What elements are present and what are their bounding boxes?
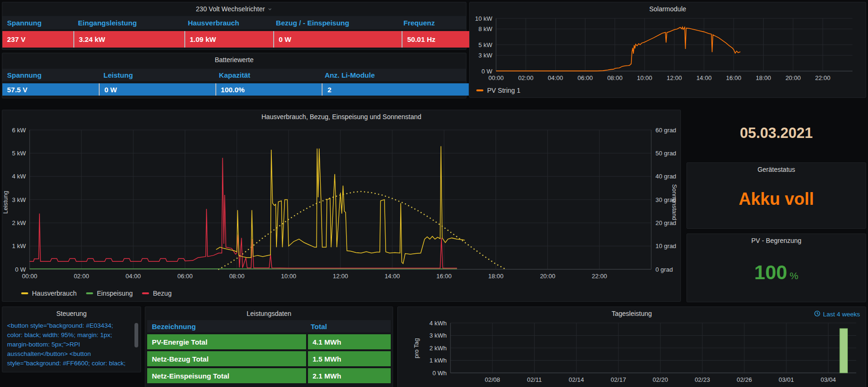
svg-text:06:00: 06:00	[177, 273, 193, 280]
svg-text:10:00: 10:00	[637, 74, 653, 81]
cell-total: 2.1 MWh	[308, 368, 391, 383]
solarmodule-chart[interactable]: 0 W3 kW5 kW8 kW10 kW00:0002:0004:0006:00…	[472, 14, 865, 84]
svg-text:0 grad: 0 grad	[655, 266, 673, 273]
col-header-bezeichnung[interactable]: Bezeichnung	[147, 322, 306, 331]
col-header-spannung[interactable]: Spannung	[2, 71, 99, 79]
cell-spannung: 57.5 V	[2, 83, 99, 96]
col-header-kapazitaet[interactable]: Kapazität	[214, 71, 320, 79]
svg-text:12:00: 12:00	[333, 273, 348, 280]
panel-title-wechselrichter[interactable]: 230 Volt Wechselrichter	[2, 5, 466, 13]
legend-swatch-green	[86, 292, 93, 294]
col-header-frequenz[interactable]: Frequenz	[399, 19, 466, 27]
y-axis-title-pro-tag: pro Tag	[413, 338, 420, 358]
panel-title-steuerung[interactable]: Steuerung	[2, 310, 141, 317]
col-header-spannung[interactable]: Spannung	[2, 19, 73, 27]
svg-text:02/26: 02/26	[737, 376, 752, 383]
col-header-eingangsleistung[interactable]: Eingangsleistung	[73, 19, 183, 27]
col-header-total[interactable]: Total	[306, 322, 391, 331]
col-header-anz-li-module[interactable]: Anz. Li-Module	[320, 71, 466, 79]
panel-title-text: Batteriewerte	[215, 56, 253, 64]
svg-text:04:00: 04:00	[548, 74, 563, 81]
time-range-link[interactable]: Last 4 weeks	[814, 310, 860, 318]
svg-text:02:00: 02:00	[74, 273, 89, 280]
panel-title-pv-begrenzung[interactable]: PV - Begrenzung	[687, 237, 866, 244]
svg-text:3 kW: 3 kW	[478, 52, 492, 59]
svg-text:10:00: 10:00	[281, 273, 297, 280]
cell-total: 1.5 MWh	[308, 351, 391, 366]
legend-item-pv-string-1[interactable]: PV String 1	[476, 87, 521, 94]
svg-text:00:00: 00:00	[22, 273, 38, 280]
steuerung-scrollbar[interactable]	[134, 323, 138, 347]
pv-begrenzung-unit: %	[789, 270, 798, 281]
panel-title-geraetestatus[interactable]: Gerätestatus	[687, 166, 866, 173]
col-header-hausverbrauch[interactable]: Hausverbrauch	[183, 19, 271, 27]
inverter-table-row: 237 V 3.24 kW 1.09 kW 0 W 50.01 Hz	[2, 31, 466, 48]
time-range-label: Last 4 weeks	[823, 311, 860, 318]
panel-tagesleistung: Tagesleistung Last 4 weeks 0 Wh1 kWh2 kW…	[397, 306, 866, 387]
svg-text:60 grad: 60 grad	[655, 127, 676, 134]
y-axis-title-leistung: Leistung	[2, 191, 9, 214]
panel-title-batteriewerte[interactable]: Batteriewerte	[2, 56, 466, 64]
legend-label: Einspeisung	[97, 290, 133, 297]
svg-text:02:00: 02:00	[518, 74, 534, 81]
chevron-down-icon	[268, 5, 272, 13]
col-header-leistung[interactable]: Leistung	[99, 71, 214, 79]
panel-title-text: Tagesleistung	[612, 310, 652, 317]
col-header-bezug-einspeisung[interactable]: Bezug / - Einspeisung	[271, 19, 399, 27]
cell-frequenz: 50.01 Hz	[402, 31, 470, 48]
panel-title-leistungsdaten[interactable]: Leistungsdaten	[145, 310, 393, 317]
solarmodule-legend: PV String 1	[476, 87, 521, 94]
svg-text:02/20: 02/20	[653, 376, 668, 383]
main-chart[interactable]: 0 W1 kW2 kW3 kW4 kW5 kW6 kW0 grad10 grad…	[4, 122, 679, 285]
clock-icon	[814, 310, 821, 318]
legend-label: Bezug	[153, 290, 172, 297]
leistungsdaten-table: Bezeichnung Total PV-Energie Total 4.1 M…	[145, 320, 393, 383]
panel-pv-begrenzung: PV - Begrenzung 100%	[687, 234, 866, 302]
legend-item-bezug[interactable]: Bezug	[142, 290, 172, 297]
svg-text:14:00: 14:00	[696, 74, 712, 81]
svg-text:04:00: 04:00	[126, 273, 141, 280]
svg-text:18:00: 18:00	[756, 74, 771, 81]
legend-item-hausverbrauch[interactable]: Hausverbrauch	[21, 290, 77, 297]
legend-label: PV String 1	[487, 87, 521, 94]
cell-bezeichnung: Netz-Bezug Total	[147, 351, 306, 366]
date-value: 05.03.2021	[687, 125, 866, 142]
panel-solarmodule: Solarmodule 0 W3 kW5 kW8 kW10 kW00:0002:…	[469, 2, 866, 98]
svg-text:5 kW: 5 kW	[478, 41, 492, 48]
panel-title-main-chart[interactable]: Hausverbrauch, Bezug, Einspeisung und So…	[2, 113, 680, 121]
panel-main-chart: Hausverbrauch, Bezug, Einspeisung und So…	[2, 110, 681, 302]
svg-text:3 kWh: 3 kWh	[429, 332, 447, 339]
svg-text:10 grad: 10 grad	[655, 242, 676, 250]
cell-spannung: 237 V	[2, 31, 73, 48]
table-row: Netz-Bezug Total 1.5 MWh	[147, 351, 391, 366]
svg-text:0 W: 0 W	[15, 266, 26, 273]
pv-begrenzung-number: 100	[754, 261, 787, 283]
svg-text:18:00: 18:00	[488, 273, 504, 280]
panel-title-text: Hausverbrauch, Bezug, Einspeisung und So…	[261, 113, 421, 121]
svg-text:20:00: 20:00	[785, 74, 801, 81]
steuerung-code-text: <button style="background: #E03434; colo…	[7, 321, 130, 368]
leistungsdaten-header: Bezeichnung Total	[147, 320, 391, 332]
legend-label: Hausverbrauch	[32, 290, 77, 297]
svg-text:8 kW: 8 kW	[478, 25, 492, 32]
svg-text:1 kW: 1 kW	[12, 242, 26, 250]
svg-text:06:00: 06:00	[577, 74, 593, 81]
panel-title-solarmodule[interactable]: Solarmodule	[470, 5, 866, 13]
svg-text:40 grad: 40 grad	[655, 173, 676, 180]
svg-text:02/23: 02/23	[694, 376, 710, 383]
legend-item-einspeisung[interactable]: Einspeisung	[86, 290, 133, 297]
tagesleistung-chart[interactable]: 0 Wh1 kWh2 kWh3 kWh4 kWh02/0802/1102/140…	[400, 318, 865, 387]
legend-swatch-red	[142, 292, 149, 294]
svg-text:03/04: 03/04	[821, 376, 836, 383]
panel-title-text: Steuerung	[56, 310, 87, 317]
svg-text:2 kW: 2 kW	[12, 219, 26, 226]
panel-title-tagesleistung[interactable]: Tagesleistung	[398, 310, 866, 317]
inverter-table-header: Spannung Eingangsleistung Hausverbrauch …	[2, 16, 466, 29]
svg-text:16:00: 16:00	[726, 74, 742, 81]
table-row: Netz-Einspeisung Total 2.1 MWh	[147, 368, 391, 383]
cell-eingangsleistung: 3.24 kW	[74, 31, 184, 48]
panel-geraetestatus: Gerätestatus Akku voll	[687, 162, 866, 229]
table-row: PV-Energie Total 4.1 MWh	[147, 334, 391, 349]
cell-bezeichnung: PV-Energie Total	[147, 334, 306, 349]
cell-kapazitaet: 100.0%	[216, 83, 322, 96]
